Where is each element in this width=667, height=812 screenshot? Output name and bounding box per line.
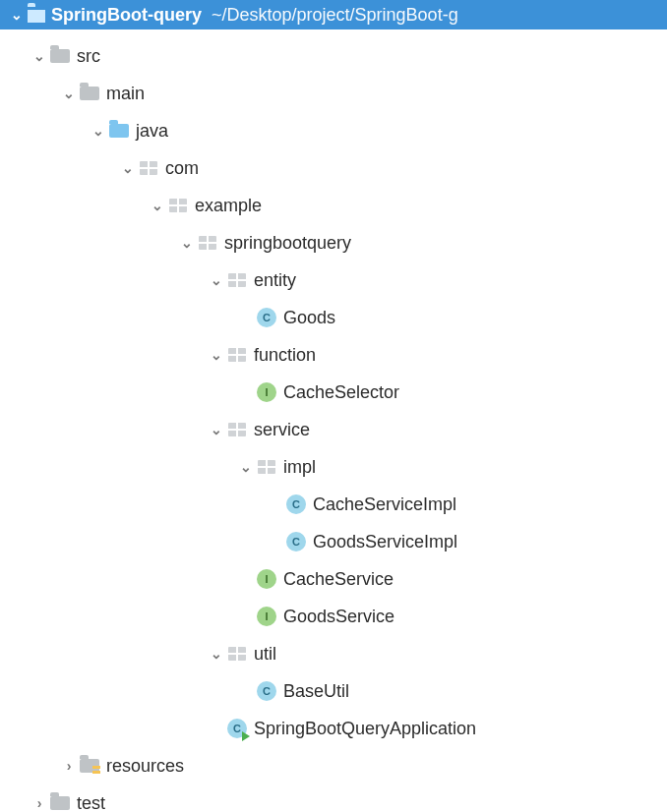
folder-icon [49, 45, 71, 67]
tree-item-label: CacheSelector [283, 382, 399, 403]
tree-item[interactable]: CBaseUtil [0, 672, 667, 710]
tree-item[interactable]: function [0, 336, 667, 374]
tree-item-label: service [254, 420, 310, 440]
package-icon [138, 157, 159, 179]
tree-item-label: SpringBootQueryApplication [254, 719, 476, 739]
resources-folder-icon [79, 755, 100, 777]
project-tree: srcmainjavacomexamplespringbootqueryenti… [0, 29, 667, 812]
tree-item[interactable]: IGoodsService [0, 598, 667, 635]
tree-item[interactable]: CGoods [0, 299, 667, 336]
tree-item[interactable]: service [0, 411, 667, 448]
tree-item[interactable]: CSpringBootQueryApplication [0, 710, 667, 747]
package-icon [226, 643, 248, 665]
class-icon: C [256, 680, 277, 702]
package-icon [256, 456, 277, 478]
tree-item-label: main [106, 84, 145, 104]
chevron-right-icon[interactable] [59, 758, 79, 774]
tree-item[interactable]: test [0, 784, 667, 812]
tree-item-label: entity [254, 270, 296, 291]
tree-item-label: GoodsServiceImpl [313, 532, 457, 552]
tree-item-label: Goods [283, 308, 335, 328]
tree-item-label: test [77, 793, 105, 813]
source-folder-icon [108, 120, 130, 142]
chevron-down-icon[interactable] [118, 160, 138, 176]
chevron-down-icon[interactable] [30, 48, 49, 64]
project-name: SpringBoot-query [51, 5, 202, 26]
chevron-down-icon[interactable] [177, 235, 197, 251]
tree-item[interactable]: java [0, 112, 667, 149]
chevron-down-icon[interactable] [59, 86, 79, 101]
folder-icon [49, 792, 71, 812]
package-icon [226, 344, 248, 366]
chevron-down-icon[interactable] [207, 646, 226, 662]
tree-item-label: springbootquery [224, 233, 351, 254]
class-icon: C [256, 307, 277, 328]
tree-item[interactable]: com [0, 149, 667, 187]
tree-item[interactable]: entity [0, 261, 667, 299]
chevron-down-icon[interactable] [236, 459, 256, 475]
interface-icon: I [256, 381, 277, 403]
tree-item-label: src [77, 46, 100, 67]
package-icon [167, 195, 189, 216]
tree-item-label: BaseUtil [283, 681, 349, 702]
runnable-class-icon: C [226, 718, 248, 739]
tree-item[interactable]: main [0, 75, 667, 112]
interface-icon: I [256, 606, 277, 627]
chevron-down-icon[interactable] [207, 347, 226, 363]
chevron-right-icon[interactable] [30, 795, 49, 811]
tree-item[interactable]: resources [0, 747, 667, 784]
chevron-down-icon[interactable] [6, 7, 28, 23]
chevron-down-icon[interactable] [89, 123, 108, 139]
tree-item-label: function [254, 345, 316, 366]
tree-item[interactable]: ICacheService [0, 560, 667, 598]
tree-item-label: CacheService [283, 569, 394, 590]
tree-item[interactable]: CGoodsServiceImpl [0, 523, 667, 560]
tree-item[interactable]: CCacheServiceImpl [0, 486, 667, 523]
tree-item[interactable]: src [0, 37, 667, 75]
package-icon [226, 419, 248, 440]
tree-item-label: util [254, 644, 276, 665]
interface-icon: I [256, 568, 277, 590]
tree-item-label: java [136, 121, 168, 142]
package-icon [226, 269, 248, 291]
chevron-down-icon[interactable] [148, 198, 167, 213]
tree-item[interactable]: util [0, 635, 667, 672]
tree-item[interactable]: impl [0, 448, 667, 486]
package-icon [197, 232, 218, 254]
tree-item-label: impl [283, 457, 316, 478]
class-icon: C [285, 493, 307, 515]
project-path: ~/Desktop/project/SpringBoot-g [212, 5, 458, 26]
chevron-down-icon[interactable] [207, 272, 226, 288]
tree-item[interactable]: example [0, 187, 667, 224]
tree-item[interactable]: ICacheSelector [0, 374, 667, 411]
chevron-down-icon[interactable] [207, 422, 226, 437]
folder-icon [79, 83, 100, 104]
tree-item-label: example [195, 196, 262, 216]
tree-item[interactable]: springbootquery [0, 224, 667, 261]
tree-item-label: GoodsService [283, 607, 394, 627]
tree-item-label: resources [106, 756, 184, 777]
project-header[interactable]: SpringBoot-query ~/Desktop/project/Sprin… [0, 0, 667, 29]
class-icon: C [285, 531, 307, 552]
tree-item-label: CacheServiceImpl [313, 494, 456, 515]
project-folder-icon [28, 7, 45, 23]
tree-item-label: com [165, 158, 199, 179]
